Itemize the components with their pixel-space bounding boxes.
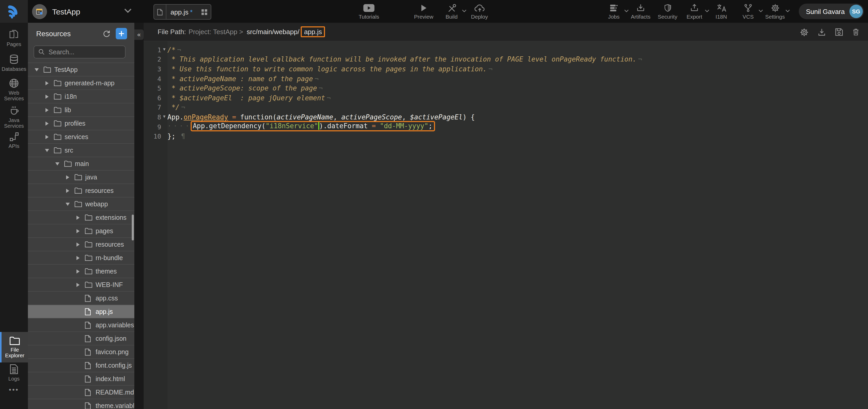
fold-marker-icon[interactable]: ▼	[161, 115, 167, 119]
chevron-collapsed-icon	[43, 135, 51, 139]
tree-item-rn-bundle[interactable]: rn-bundle	[28, 251, 134, 265]
tree-item-profiles[interactable]: profiles	[28, 117, 134, 130]
tree-item-extensions[interactable]: extensions	[28, 211, 134, 225]
tree-item-app-js[interactable]: app.js	[28, 305, 134, 319]
tree-item-resources[interactable]: resources	[28, 184, 134, 198]
sidebar-item-label: Databases	[2, 66, 26, 72]
menu-build[interactable]: Build	[441, 3, 462, 20]
panel-scrollbar[interactable]	[132, 214, 134, 240]
tree-item-testapp[interactable]: TestApp	[28, 63, 134, 77]
tree-item-web-inf[interactable]: WEB-INF	[28, 278, 134, 292]
sidebar-item-databases[interactable]: Databases	[0, 54, 28, 72]
more-options-icon[interactable]: •••	[0, 386, 28, 393]
sidebar-item-logs[interactable]: Logs	[0, 364, 28, 382]
download-icon	[817, 28, 826, 36]
chevron-expanded-icon	[54, 162, 61, 165]
top-bar: TestApp app.js * TutorialsPreviewBuildDe…	[0, 0, 868, 23]
tree-item-theme-variables[interactable]: theme.variables	[28, 399, 134, 409]
code-line[interactable]: 2 * This application level callback func…	[144, 55, 868, 64]
code-line[interactable]: 3 * Use this function to write common lo…	[144, 64, 868, 74]
tree-item-app-css[interactable]: app.css	[28, 292, 134, 305]
path-project: Project: TestApp >	[189, 28, 243, 36]
menu-jobs[interactable]: Jobs	[603, 3, 624, 20]
chevron-down-icon[interactable]	[124, 8, 132, 13]
tree-item-label: java	[85, 173, 97, 181]
sidebar-item-file-explorer[interactable]: FileExplorer	[0, 332, 28, 362]
code-line[interactable]: 1▼/*¬	[144, 45, 868, 55]
editor-settings-button[interactable]	[800, 28, 809, 36]
tree-item-i18n[interactable]: i18n	[28, 90, 134, 104]
sidebar-item-apis[interactable]: APIs	[0, 132, 28, 149]
file-icon	[85, 294, 92, 302]
tree-item-label: main	[75, 160, 89, 167]
add-resource-button[interactable]	[116, 28, 127, 39]
sidebar-item-pages[interactable]: Pages	[0, 29, 28, 47]
file-icon	[85, 348, 92, 355]
code-line[interactable]: 6 * $activePageEl : page jQuery element¬	[144, 93, 868, 103]
code-line[interactable]: 4 * activePageName : name of the page¬	[144, 74, 868, 84]
tree-item-font-config-js[interactable]: font.config.js	[28, 359, 134, 372]
tree-item-java[interactable]: java	[28, 171, 134, 184]
menu-tutorials[interactable]: Tutorials	[359, 3, 379, 20]
tree-item-services[interactable]: services	[28, 130, 134, 144]
tree-item-label: generated-rn-app	[65, 79, 115, 87]
menu-vcs[interactable]: VCS	[738, 3, 758, 20]
chevron-collapsed-icon	[74, 229, 82, 233]
chevron-expanded-icon	[33, 68, 40, 71]
file-icon	[85, 335, 92, 342]
tree-item-lib[interactable]: lib	[28, 104, 134, 117]
whitespace-dots: ····	[167, 122, 192, 130]
menu-deploy[interactable]: Deploy	[469, 3, 490, 20]
open-file-tab[interactable]: app.js *	[153, 4, 211, 20]
menu-label: Artifacts	[631, 13, 650, 20]
avatar: SG	[849, 5, 863, 18]
tree-item-main[interactable]: main	[28, 157, 134, 171]
tree-item-pages[interactable]: pages	[28, 225, 134, 238]
grid-icon[interactable]	[202, 9, 207, 15]
project-selector[interactable]: TestApp	[32, 0, 80, 23]
tree-item-webapp[interactable]: webapp	[28, 198, 134, 211]
app-logo[interactable]	[0, 0, 28, 23]
tree-item-src[interactable]: src	[28, 144, 134, 157]
tree-item-generated-rn-app[interactable]: generated-rn-app	[28, 77, 134, 90]
code-text: * activePageScope: scope of the page¬	[167, 84, 323, 92]
code-line[interactable]: 10}; ¶	[144, 132, 868, 141]
tree-item-label: resources	[85, 187, 114, 194]
tree-item-label: services	[65, 133, 88, 140]
tree-item-favicon-png[interactable]: favicon.png	[28, 345, 134, 359]
fold-marker-icon[interactable]: ▼	[161, 48, 167, 52]
menu-i18n[interactable]: I18N	[711, 3, 732, 20]
code-text: * This application level callback functi…	[167, 56, 642, 63]
sidebar-item-web-services[interactable]: WebServices	[0, 78, 28, 101]
left-navigation-rail: PagesDatabasesWebServicesJavaServicesAPI…	[0, 23, 28, 409]
menu-artifacts[interactable]: Artifacts	[630, 3, 651, 20]
tree-item-readme-md[interactable]: README.md	[28, 386, 134, 399]
code-line[interactable]: 9····App.getDependency("i18nService").da…	[144, 122, 868, 132]
user-menu[interactable]: Sunil Gavara SG	[799, 4, 864, 19]
code-text: }; ¶	[167, 133, 185, 140]
download-file-button[interactable]	[817, 28, 826, 36]
menu-preview[interactable]: Preview	[413, 3, 434, 20]
search-icon	[38, 49, 45, 55]
refresh-icon[interactable]	[102, 29, 111, 38]
tree-item-config-json[interactable]: config.json	[28, 332, 134, 345]
search-input[interactable]	[49, 48, 116, 56]
tree-item-app-variables-js[interactable]: app.variables.js	[28, 319, 134, 332]
menu-export[interactable]: Export	[684, 3, 705, 20]
cloud-upload-icon	[474, 3, 485, 12]
code-line[interactable]: 7 */¬	[144, 103, 868, 112]
chevron-collapsed-icon	[74, 242, 82, 246]
project-name: TestApp	[52, 7, 80, 16]
tree-item-resources[interactable]: resources	[28, 238, 134, 251]
collapse-panel-button[interactable]: «	[134, 29, 144, 40]
code-area[interactable]: 1▼/*¬2 * This application level callback…	[144, 41, 868, 409]
menu-security[interactable]: Security	[657, 3, 678, 20]
save-file-button[interactable]	[835, 28, 843, 36]
delete-file-button[interactable]	[852, 28, 860, 36]
sidebar-item-java-services[interactable]: JavaServices	[0, 106, 28, 129]
code-line[interactable]: 5 * activePageScope: scope of the page¬	[144, 84, 868, 93]
menu-settings[interactable]: Settings	[765, 3, 785, 20]
tree-item-themes[interactable]: themes	[28, 265, 134, 278]
tree-item-index-html[interactable]: index.html	[28, 372, 134, 386]
code-line[interactable]: 8▼App.onPageReady = function(activePageN…	[144, 112, 868, 122]
